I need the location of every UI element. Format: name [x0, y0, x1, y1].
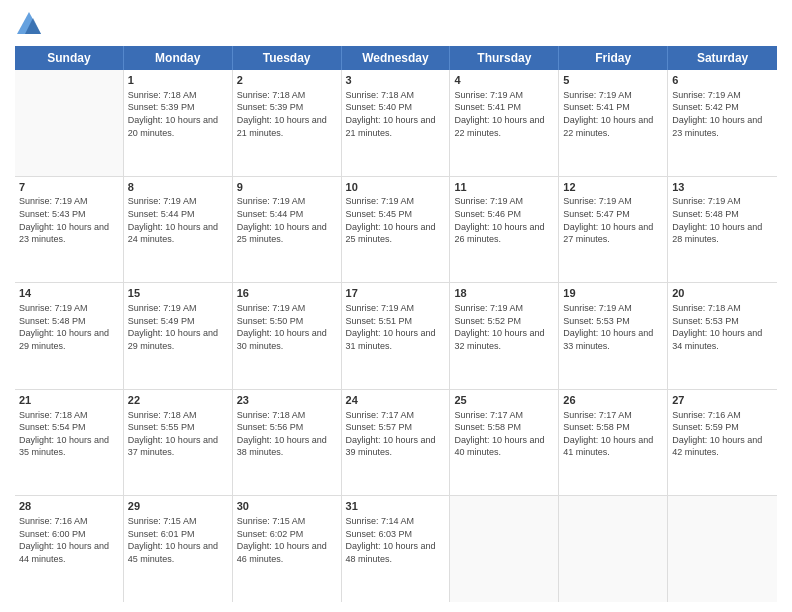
day-cell-15: 15 Sunrise: 7:19 AM Sunset: 5:49 PM Dayl…: [124, 283, 233, 389]
day-cell-31: 31 Sunrise: 7:14 AM Sunset: 6:03 PM Dayl…: [342, 496, 451, 602]
page: SundayMondayTuesdayWednesdayThursdayFrid…: [0, 0, 792, 612]
header: [15, 10, 777, 38]
day-cell-8: 8 Sunrise: 7:19 AM Sunset: 5:44 PM Dayli…: [124, 177, 233, 283]
cell-info: Sunrise: 7:15 AM Sunset: 6:02 PM Dayligh…: [237, 515, 337, 565]
day-cell-empty: [450, 496, 559, 602]
day-cell-18: 18 Sunrise: 7:19 AM Sunset: 5:52 PM Dayl…: [450, 283, 559, 389]
day-number: 24: [346, 393, 446, 408]
day-cell-7: 7 Sunrise: 7:19 AM Sunset: 5:43 PM Dayli…: [15, 177, 124, 283]
cell-info: Sunrise: 7:19 AM Sunset: 5:44 PM Dayligh…: [237, 195, 337, 245]
day-cell-21: 21 Sunrise: 7:18 AM Sunset: 5:54 PM Dayl…: [15, 390, 124, 496]
day-cell-empty: [15, 70, 124, 176]
day-cell-29: 29 Sunrise: 7:15 AM Sunset: 6:01 PM Dayl…: [124, 496, 233, 602]
day-cell-22: 22 Sunrise: 7:18 AM Sunset: 5:55 PM Dayl…: [124, 390, 233, 496]
cell-info: Sunrise: 7:18 AM Sunset: 5:55 PM Dayligh…: [128, 409, 228, 459]
day-cell-27: 27 Sunrise: 7:16 AM Sunset: 5:59 PM Dayl…: [668, 390, 777, 496]
cell-info: Sunrise: 7:19 AM Sunset: 5:43 PM Dayligh…: [19, 195, 119, 245]
day-header-friday: Friday: [559, 46, 668, 70]
day-number: 27: [672, 393, 773, 408]
day-number: 10: [346, 180, 446, 195]
day-cell-empty: [559, 496, 668, 602]
cell-info: Sunrise: 7:19 AM Sunset: 5:53 PM Dayligh…: [563, 302, 663, 352]
day-header-sunday: Sunday: [15, 46, 124, 70]
day-number: 12: [563, 180, 663, 195]
cell-info: Sunrise: 7:19 AM Sunset: 5:47 PM Dayligh…: [563, 195, 663, 245]
cell-info: Sunrise: 7:19 AM Sunset: 5:49 PM Dayligh…: [128, 302, 228, 352]
day-number: 28: [19, 499, 119, 514]
cell-info: Sunrise: 7:19 AM Sunset: 5:51 PM Dayligh…: [346, 302, 446, 352]
day-number: 6: [672, 73, 773, 88]
day-cell-26: 26 Sunrise: 7:17 AM Sunset: 5:58 PM Dayl…: [559, 390, 668, 496]
cell-info: Sunrise: 7:18 AM Sunset: 5:56 PM Dayligh…: [237, 409, 337, 459]
day-cell-25: 25 Sunrise: 7:17 AM Sunset: 5:58 PM Dayl…: [450, 390, 559, 496]
day-cell-9: 9 Sunrise: 7:19 AM Sunset: 5:44 PM Dayli…: [233, 177, 342, 283]
cell-info: Sunrise: 7:18 AM Sunset: 5:40 PM Dayligh…: [346, 89, 446, 139]
day-cell-2: 2 Sunrise: 7:18 AM Sunset: 5:39 PM Dayli…: [233, 70, 342, 176]
cell-info: Sunrise: 7:16 AM Sunset: 6:00 PM Dayligh…: [19, 515, 119, 565]
day-header-thursday: Thursday: [450, 46, 559, 70]
calendar-header: SundayMondayTuesdayWednesdayThursdayFrid…: [15, 46, 777, 70]
cell-info: Sunrise: 7:18 AM Sunset: 5:53 PM Dayligh…: [672, 302, 773, 352]
day-cell-17: 17 Sunrise: 7:19 AM Sunset: 5:51 PM Dayl…: [342, 283, 451, 389]
day-number: 13: [672, 180, 773, 195]
cell-info: Sunrise: 7:19 AM Sunset: 5:48 PM Dayligh…: [672, 195, 773, 245]
day-cell-empty: [668, 496, 777, 602]
calendar-week-1: 1 Sunrise: 7:18 AM Sunset: 5:39 PM Dayli…: [15, 70, 777, 177]
day-cell-6: 6 Sunrise: 7:19 AM Sunset: 5:42 PM Dayli…: [668, 70, 777, 176]
day-cell-12: 12 Sunrise: 7:19 AM Sunset: 5:47 PM Dayl…: [559, 177, 668, 283]
day-number: 5: [563, 73, 663, 88]
day-number: 7: [19, 180, 119, 195]
cell-info: Sunrise: 7:18 AM Sunset: 5:39 PM Dayligh…: [237, 89, 337, 139]
logo-icon: [15, 10, 43, 38]
day-cell-16: 16 Sunrise: 7:19 AM Sunset: 5:50 PM Dayl…: [233, 283, 342, 389]
day-cell-3: 3 Sunrise: 7:18 AM Sunset: 5:40 PM Dayli…: [342, 70, 451, 176]
day-header-wednesday: Wednesday: [342, 46, 451, 70]
day-number: 16: [237, 286, 337, 301]
cell-info: Sunrise: 7:19 AM Sunset: 5:52 PM Dayligh…: [454, 302, 554, 352]
cell-info: Sunrise: 7:15 AM Sunset: 6:01 PM Dayligh…: [128, 515, 228, 565]
calendar-week-2: 7 Sunrise: 7:19 AM Sunset: 5:43 PM Dayli…: [15, 177, 777, 284]
day-cell-23: 23 Sunrise: 7:18 AM Sunset: 5:56 PM Dayl…: [233, 390, 342, 496]
cell-info: Sunrise: 7:18 AM Sunset: 5:39 PM Dayligh…: [128, 89, 228, 139]
day-cell-24: 24 Sunrise: 7:17 AM Sunset: 5:57 PM Dayl…: [342, 390, 451, 496]
cell-info: Sunrise: 7:17 AM Sunset: 5:58 PM Dayligh…: [454, 409, 554, 459]
day-number: 26: [563, 393, 663, 408]
day-header-monday: Monday: [124, 46, 233, 70]
day-number: 22: [128, 393, 228, 408]
day-number: 3: [346, 73, 446, 88]
day-number: 11: [454, 180, 554, 195]
day-number: 1: [128, 73, 228, 88]
day-cell-5: 5 Sunrise: 7:19 AM Sunset: 5:41 PM Dayli…: [559, 70, 668, 176]
day-cell-4: 4 Sunrise: 7:19 AM Sunset: 5:41 PM Dayli…: [450, 70, 559, 176]
day-cell-10: 10 Sunrise: 7:19 AM Sunset: 5:45 PM Dayl…: [342, 177, 451, 283]
cell-info: Sunrise: 7:19 AM Sunset: 5:42 PM Dayligh…: [672, 89, 773, 139]
cell-info: Sunrise: 7:16 AM Sunset: 5:59 PM Dayligh…: [672, 409, 773, 459]
day-number: 18: [454, 286, 554, 301]
day-number: 4: [454, 73, 554, 88]
cell-info: Sunrise: 7:17 AM Sunset: 5:58 PM Dayligh…: [563, 409, 663, 459]
day-number: 23: [237, 393, 337, 408]
day-cell-19: 19 Sunrise: 7:19 AM Sunset: 5:53 PM Dayl…: [559, 283, 668, 389]
day-number: 19: [563, 286, 663, 301]
day-number: 30: [237, 499, 337, 514]
day-number: 20: [672, 286, 773, 301]
cell-info: Sunrise: 7:19 AM Sunset: 5:46 PM Dayligh…: [454, 195, 554, 245]
day-number: 14: [19, 286, 119, 301]
cell-info: Sunrise: 7:19 AM Sunset: 5:50 PM Dayligh…: [237, 302, 337, 352]
cell-info: Sunrise: 7:19 AM Sunset: 5:41 PM Dayligh…: [563, 89, 663, 139]
day-cell-20: 20 Sunrise: 7:18 AM Sunset: 5:53 PM Dayl…: [668, 283, 777, 389]
calendar-week-5: 28 Sunrise: 7:16 AM Sunset: 6:00 PM Dayl…: [15, 496, 777, 602]
day-cell-28: 28 Sunrise: 7:16 AM Sunset: 6:00 PM Dayl…: [15, 496, 124, 602]
calendar-body: 1 Sunrise: 7:18 AM Sunset: 5:39 PM Dayli…: [15, 70, 777, 602]
day-cell-11: 11 Sunrise: 7:19 AM Sunset: 5:46 PM Dayl…: [450, 177, 559, 283]
day-cell-1: 1 Sunrise: 7:18 AM Sunset: 5:39 PM Dayli…: [124, 70, 233, 176]
cell-info: Sunrise: 7:14 AM Sunset: 6:03 PM Dayligh…: [346, 515, 446, 565]
day-cell-14: 14 Sunrise: 7:19 AM Sunset: 5:48 PM Dayl…: [15, 283, 124, 389]
cell-info: Sunrise: 7:19 AM Sunset: 5:44 PM Dayligh…: [128, 195, 228, 245]
day-number: 9: [237, 180, 337, 195]
day-number: 21: [19, 393, 119, 408]
day-number: 2: [237, 73, 337, 88]
day-header-tuesday: Tuesday: [233, 46, 342, 70]
day-number: 8: [128, 180, 228, 195]
day-cell-13: 13 Sunrise: 7:19 AM Sunset: 5:48 PM Dayl…: [668, 177, 777, 283]
